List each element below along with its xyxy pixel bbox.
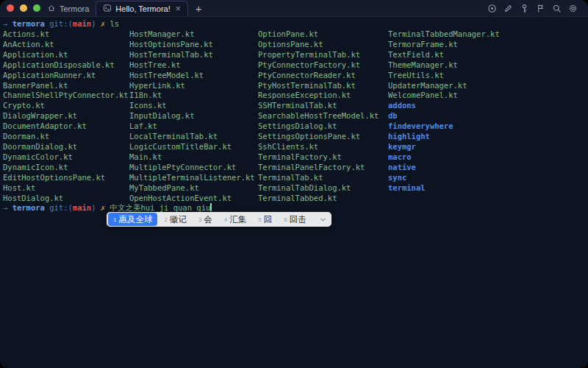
ime-candidate[interactable]: 5回: [253, 213, 277, 225]
ime-candidate[interactable]: 4汇集: [219, 213, 251, 225]
settings-icon[interactable]: [568, 4, 578, 13]
file-entry: DocumentAdaptor.kt: [3, 121, 129, 132]
tab-welcome[interactable]: Termora: [40, 1, 96, 16]
git-branch: main: [73, 19, 91, 28]
file-entry: Application.kt: [3, 50, 129, 60]
file-entry: PtyConnectorFactory.kt: [258, 60, 379, 71]
file-entry: ApplicationDisposable.kt: [3, 60, 129, 71]
ime-candidate[interactable]: 2徽记: [159, 213, 191, 225]
terminal-icon: [103, 4, 112, 14]
close-window-button[interactable]: [7, 4, 14, 12]
tab-terminal-active[interactable]: Hello, Termora! ×: [96, 1, 187, 16]
file-entry: Main.kt: [129, 152, 255, 163]
file-entry: TerminalFactory.kt: [258, 152, 379, 163]
zoom-window-button[interactable]: [33, 4, 40, 12]
ime-candidate-text: 回击: [290, 214, 306, 225]
chevron-down-icon[interactable]: [319, 216, 327, 224]
ime-candidate-index: 1: [113, 216, 116, 223]
new-tab-button[interactable]: +: [188, 3, 209, 14]
record-icon[interactable]: [487, 4, 497, 13]
edit-icon[interactable]: [503, 4, 513, 13]
file-entry: PtyConnectorReader.kt: [258, 71, 379, 81]
file-entry: ApplicationRunner.kt: [3, 71, 129, 81]
ime-candidate-text: 会: [204, 214, 212, 225]
directory-entry: sync: [388, 173, 500, 183]
home-icon: [47, 4, 56, 14]
prompt-dir: termora: [12, 203, 45, 212]
file-entry: TextField.kt: [388, 50, 500, 60]
file-entry: TerminalTab.kt: [258, 173, 379, 183]
ime-candidate-index: 3: [198, 216, 201, 223]
file-entry: SettingsOptionsPane.kt: [258, 132, 379, 142]
window-controls: [7, 4, 40, 12]
file-entry: HostTerminalTab.kt: [129, 50, 255, 60]
file-entry: DynamicColor.kt: [3, 152, 129, 163]
file-entry: EditHostOptionsPane.kt: [3, 173, 129, 183]
file-entry: InputDialog.kt: [129, 111, 255, 121]
git-prefix: git:(: [49, 203, 73, 212]
ime-candidate-index: 6: [284, 216, 287, 223]
ime-candidate-text: 回: [264, 214, 273, 225]
directory-entry: macro: [388, 152, 500, 163]
file-entry: SSHTerminalTab.kt: [258, 101, 379, 111]
ls-column: Actions.ktAnAction.ktApplication.ktAppli…: [3, 29, 129, 203]
ime-candidate-text: 惠及全球: [118, 214, 152, 225]
ls-column: HostManager.ktHostOptionsPane.ktHostTerm…: [129, 29, 255, 203]
file-entry: TreeUtils.kt: [388, 71, 500, 81]
file-entry: PropertyTerminalTab.kt: [258, 50, 379, 60]
file-entry: MultipleTerminalListener.kt: [129, 173, 255, 183]
file-entry: BannerPanel.kt: [3, 81, 129, 91]
file-entry: LogicCustomTitleBar.kt: [129, 142, 255, 152]
file-entry: HyperLink.kt: [129, 81, 255, 91]
file-entry: OptionPane.kt: [258, 29, 379, 40]
file-entry: HostManager.kt: [129, 29, 255, 40]
file-entry: WelcomePanel.kt: [388, 91, 500, 101]
key-icon[interactable]: [520, 4, 529, 13]
file-entry: AnAction.kt: [3, 40, 129, 50]
file-entry: SearchableHostTreeModel.kt: [258, 111, 379, 121]
ime-candidate-selected[interactable]: 1惠及全球: [108, 213, 157, 226]
ime-candidate-text: 汇集: [229, 214, 246, 225]
ime-candidate[interactable]: 3会: [193, 213, 218, 225]
file-entry: DoormanDialog.kt: [3, 142, 129, 152]
titlebar: Termora Hello, Termora! × +: [0, 0, 588, 17]
file-entry: HostDialog.kt: [3, 194, 129, 204]
ls-column: TerminalTabbedManager.ktTermoraFrame.ktT…: [388, 29, 500, 194]
ime-candidate-text: 徽记: [170, 214, 187, 225]
tab-label: Hello, Termora!: [115, 4, 170, 13]
file-entry: OptionsPane.kt: [258, 40, 379, 50]
file-entry: Crypto.kt: [3, 101, 129, 111]
search-icon[interactable]: [552, 4, 562, 13]
minimize-window-button[interactable]: [20, 4, 27, 12]
directory-entry: keymgr: [388, 142, 500, 152]
tab-label: Termora: [60, 4, 89, 13]
file-entry: TerminalTabDialog.kt: [258, 183, 379, 194]
prompt-line-1: → termora git:(main) ✗ ls: [3, 19, 119, 29]
terminal-screen[interactable]: → termora git:(main) ✗ ls Actions.ktAnAc…: [0, 17, 588, 368]
ime-candidate[interactable]: 6回击: [279, 213, 311, 225]
file-entry: Host.kt: [3, 183, 129, 194]
file-entry: ChannelShellPtyConnector.kt: [3, 91, 129, 101]
file-entry: HostOptionsPane.kt: [129, 40, 255, 50]
file-entry: SettingsDialog.kt: [258, 121, 379, 132]
ime-candidate-list: 1惠及全球2徽记3会4汇集5回6回击: [108, 213, 312, 226]
file-entry: UpdaterManager.kt: [388, 81, 500, 91]
ime-candidate-popup: 1惠及全球2徽记3会4汇集5回6回击: [107, 212, 331, 227]
flag-icon[interactable]: [536, 4, 545, 13]
command-text: ls: [110, 19, 119, 28]
ime-candidate-index: 4: [224, 216, 227, 223]
file-entry: HostTree.kt: [129, 60, 255, 71]
file-entry: MyTabbedPane.kt: [129, 183, 255, 194]
file-entry: I18n.kt: [129, 91, 255, 101]
file-entry: LocalTerminalTab.kt: [129, 132, 255, 142]
file-entry: MultiplePtyConnector.kt: [129, 163, 255, 173]
close-tab-icon[interactable]: ×: [176, 4, 181, 13]
file-entry: Actions.kt: [3, 29, 129, 40]
file-entry: SshClients.kt: [258, 142, 379, 152]
ime-candidate-index: 5: [258, 216, 261, 223]
file-entry: PtyHostTerminalTab.kt: [258, 81, 379, 91]
git-prefix: git:(: [49, 19, 73, 28]
prompt-dir: termora: [12, 19, 45, 28]
file-entry: TermoraFrame.kt: [388, 40, 500, 50]
file-entry: ThemeManager.kt: [388, 60, 500, 71]
